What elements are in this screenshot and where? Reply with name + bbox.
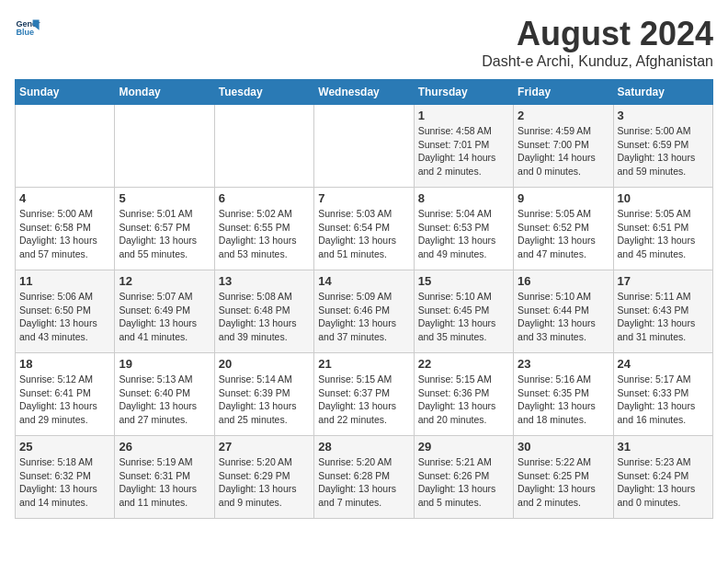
day-number: 13 xyxy=(219,274,310,288)
calendar-cell: 3Sunrise: 5:00 AM Sunset: 6:59 PM Daylig… xyxy=(613,105,712,188)
calendar-cell: 4Sunrise: 5:00 AM Sunset: 6:58 PM Daylig… xyxy=(16,188,115,270)
logo: General Blue xyxy=(15,15,40,40)
calendar-cell: 22Sunrise: 5:15 AM Sunset: 6:36 PM Dayli… xyxy=(414,353,513,436)
day-info: Sunrise: 5:07 AM Sunset: 6:49 PM Dayligh… xyxy=(119,290,210,344)
day-number: 17 xyxy=(618,274,709,288)
calendar-day-header: Saturday xyxy=(613,80,712,105)
day-info: Sunrise: 5:15 AM Sunset: 6:37 PM Dayligh… xyxy=(318,373,409,427)
day-info: Sunrise: 5:19 AM Sunset: 6:31 PM Dayligh… xyxy=(119,455,210,510)
day-info: Sunrise: 5:23 AM Sunset: 6:24 PM Dayligh… xyxy=(618,455,709,510)
calendar-cell: 19Sunrise: 5:13 AM Sunset: 6:40 PM Dayli… xyxy=(115,353,214,436)
day-number: 10 xyxy=(618,191,709,205)
day-info: Sunrise: 4:59 AM Sunset: 7:00 PM Dayligh… xyxy=(518,124,609,178)
day-info: Sunrise: 5:00 AM Sunset: 6:58 PM Dayligh… xyxy=(19,207,110,261)
calendar-cell: 27Sunrise: 5:20 AM Sunset: 6:29 PM Dayli… xyxy=(214,436,313,519)
day-info: Sunrise: 5:10 AM Sunset: 6:44 PM Dayligh… xyxy=(518,290,609,344)
day-info: Sunrise: 5:16 AM Sunset: 6:35 PM Dayligh… xyxy=(518,373,609,427)
calendar-cell: 2Sunrise: 4:59 AM Sunset: 7:00 PM Daylig… xyxy=(514,105,613,188)
day-info: Sunrise: 5:15 AM Sunset: 6:36 PM Dayligh… xyxy=(418,373,509,427)
calendar-cell: 28Sunrise: 5:20 AM Sunset: 6:28 PM Dayli… xyxy=(314,436,414,519)
calendar-week-row: 4Sunrise: 5:00 AM Sunset: 6:58 PM Daylig… xyxy=(16,188,713,270)
calendar-cell: 9Sunrise: 5:05 AM Sunset: 6:52 PM Daylig… xyxy=(514,188,613,270)
day-number: 2 xyxy=(518,109,609,122)
day-number: 7 xyxy=(318,191,409,205)
day-number: 26 xyxy=(119,440,210,454)
calendar-week-row: 1Sunrise: 4:58 AM Sunset: 7:01 PM Daylig… xyxy=(16,105,713,188)
day-number: 22 xyxy=(418,357,509,371)
day-info: Sunrise: 5:21 AM Sunset: 6:26 PM Dayligh… xyxy=(418,455,509,510)
calendar-cell: 13Sunrise: 5:08 AM Sunset: 6:48 PM Dayli… xyxy=(214,270,313,353)
calendar-cell: 14Sunrise: 5:09 AM Sunset: 6:46 PM Dayli… xyxy=(314,270,414,353)
calendar-day-header: Thursday xyxy=(414,80,513,105)
day-number: 29 xyxy=(418,440,509,454)
day-info: Sunrise: 5:03 AM Sunset: 6:54 PM Dayligh… xyxy=(318,207,409,261)
day-info: Sunrise: 5:08 AM Sunset: 6:48 PM Dayligh… xyxy=(219,290,310,344)
day-number: 9 xyxy=(518,191,609,205)
calendar-cell: 15Sunrise: 5:10 AM Sunset: 6:45 PM Dayli… xyxy=(414,270,513,353)
day-info: Sunrise: 5:22 AM Sunset: 6:25 PM Dayligh… xyxy=(518,455,609,510)
calendar-cell: 29Sunrise: 5:21 AM Sunset: 6:26 PM Dayli… xyxy=(414,436,513,519)
day-info: Sunrise: 5:01 AM Sunset: 6:57 PM Dayligh… xyxy=(119,207,210,261)
title-area: August 2024 Dasht-e Archi, Kunduz, Afgha… xyxy=(482,15,713,70)
calendar-day-header: Sunday xyxy=(16,80,115,105)
day-info: Sunrise: 5:09 AM Sunset: 6:46 PM Dayligh… xyxy=(318,290,409,344)
day-number: 4 xyxy=(19,191,110,205)
calendar-day-header: Monday xyxy=(115,80,214,105)
day-number: 3 xyxy=(618,109,709,122)
day-number: 5 xyxy=(119,191,210,205)
day-number: 12 xyxy=(119,274,210,288)
day-number: 27 xyxy=(219,440,310,454)
day-number: 23 xyxy=(518,357,609,371)
calendar-cell: 30Sunrise: 5:22 AM Sunset: 6:25 PM Dayli… xyxy=(514,436,613,519)
calendar-cell: 17Sunrise: 5:11 AM Sunset: 6:43 PM Dayli… xyxy=(613,270,712,353)
day-number: 14 xyxy=(318,274,409,288)
calendar-cell: 16Sunrise: 5:10 AM Sunset: 6:44 PM Dayli… xyxy=(514,270,613,353)
day-info: Sunrise: 5:14 AM Sunset: 6:39 PM Dayligh… xyxy=(219,373,310,427)
day-info: Sunrise: 5:12 AM Sunset: 6:41 PM Dayligh… xyxy=(19,373,110,427)
calendar-cell: 6Sunrise: 5:02 AM Sunset: 6:55 PM Daylig… xyxy=(214,188,313,270)
calendar-day-header: Tuesday xyxy=(214,80,313,105)
day-number: 18 xyxy=(19,357,110,371)
day-info: Sunrise: 5:00 AM Sunset: 6:59 PM Dayligh… xyxy=(618,124,709,178)
calendar-cell: 31Sunrise: 5:23 AM Sunset: 6:24 PM Dayli… xyxy=(613,436,712,519)
calendar-cell xyxy=(16,105,115,188)
day-info: Sunrise: 5:04 AM Sunset: 6:53 PM Dayligh… xyxy=(418,207,509,261)
calendar-cell: 23Sunrise: 5:16 AM Sunset: 6:35 PM Dayli… xyxy=(514,353,613,436)
calendar-cell: 24Sunrise: 5:17 AM Sunset: 6:33 PM Dayli… xyxy=(613,353,712,436)
day-number: 30 xyxy=(518,440,609,454)
calendar-cell xyxy=(314,105,414,188)
day-number: 25 xyxy=(19,440,110,454)
calendar-cell xyxy=(214,105,313,188)
calendar-cell: 11Sunrise: 5:06 AM Sunset: 6:50 PM Dayli… xyxy=(16,270,115,353)
day-number: 24 xyxy=(618,357,709,371)
day-number: 16 xyxy=(518,274,609,288)
calendar-week-row: 18Sunrise: 5:12 AM Sunset: 6:41 PM Dayli… xyxy=(16,353,713,436)
calendar-cell xyxy=(115,105,214,188)
day-number: 19 xyxy=(119,357,210,371)
day-number: 21 xyxy=(318,357,409,371)
day-number: 11 xyxy=(19,274,110,288)
day-number: 6 xyxy=(219,191,310,205)
day-info: Sunrise: 5:11 AM Sunset: 6:43 PM Dayligh… xyxy=(618,290,709,344)
day-info: Sunrise: 5:20 AM Sunset: 6:29 PM Dayligh… xyxy=(219,455,310,510)
calendar-body: 1Sunrise: 4:58 AM Sunset: 7:01 PM Daylig… xyxy=(16,105,713,519)
page-title: August 2024 xyxy=(482,15,713,53)
calendar-day-header: Wednesday xyxy=(314,80,414,105)
day-number: 31 xyxy=(618,440,709,454)
calendar-day-header: Friday xyxy=(514,80,613,105)
calendar-cell: 18Sunrise: 5:12 AM Sunset: 6:41 PM Dayli… xyxy=(16,353,115,436)
svg-text:Blue: Blue xyxy=(16,28,34,37)
calendar-week-row: 25Sunrise: 5:18 AM Sunset: 6:32 PM Dayli… xyxy=(16,436,713,519)
calendar-cell: 12Sunrise: 5:07 AM Sunset: 6:49 PM Dayli… xyxy=(115,270,214,353)
logo-icon: General Blue xyxy=(15,15,40,40)
day-info: Sunrise: 5:20 AM Sunset: 6:28 PM Dayligh… xyxy=(318,455,409,510)
day-number: 28 xyxy=(318,440,409,454)
calendar-week-row: 11Sunrise: 5:06 AM Sunset: 6:50 PM Dayli… xyxy=(16,270,713,353)
day-number: 20 xyxy=(219,357,310,371)
day-info: Sunrise: 4:58 AM Sunset: 7:01 PM Dayligh… xyxy=(418,124,509,178)
day-number: 8 xyxy=(418,191,509,205)
day-number: 15 xyxy=(418,274,509,288)
day-info: Sunrise: 5:06 AM Sunset: 6:50 PM Dayligh… xyxy=(19,290,110,344)
day-info: Sunrise: 5:05 AM Sunset: 6:51 PM Dayligh… xyxy=(618,207,709,261)
calendar-cell: 1Sunrise: 4:58 AM Sunset: 7:01 PM Daylig… xyxy=(414,105,513,188)
